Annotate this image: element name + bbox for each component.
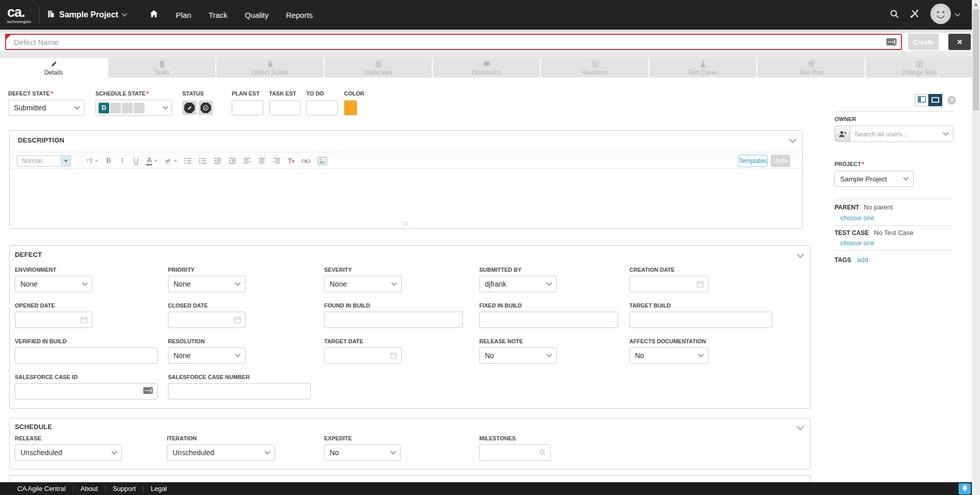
collapse-chevron-icon[interactable] xyxy=(797,423,804,430)
nav-item-track[interactable]: Track xyxy=(209,11,228,19)
notifications-button[interactable] xyxy=(959,483,971,494)
tools-icon[interactable] xyxy=(910,9,920,21)
found-in-build-input[interactable] xyxy=(324,312,463,328)
resize-grip[interactable] xyxy=(403,222,409,226)
project-select[interactable]: Sample Project xyxy=(835,171,914,187)
underline-button[interactable]: U xyxy=(132,157,139,165)
nav-item-quality[interactable]: Quality xyxy=(245,11,269,19)
font-color-button[interactable]: A xyxy=(146,156,157,166)
nav-item-plan[interactable]: Plan xyxy=(176,11,191,19)
affects-documentation-select[interactable]: No xyxy=(629,347,708,364)
tab-tasks[interactable]: Tasks xyxy=(108,58,215,78)
owner-search-input[interactable] xyxy=(850,130,944,138)
align-center-icon[interactable] xyxy=(258,157,266,164)
help-button[interactable]: ? xyxy=(947,96,956,105)
color-swatch[interactable] xyxy=(344,100,357,115)
tab-revisions[interactable]: Revisions xyxy=(541,58,648,78)
tab-test-run[interactable]: Test Run xyxy=(757,58,865,78)
remove-format-button[interactable]: Tx xyxy=(287,157,295,165)
indent-icon[interactable] xyxy=(228,157,236,164)
undo-button[interactable]: Undo xyxy=(771,155,790,167)
tab-discussion[interactable]: Discussion xyxy=(433,58,540,78)
closed-date-input[interactable] xyxy=(168,312,246,328)
insert-image-icon[interactable] xyxy=(317,157,327,165)
footer-link-ca-agile-central[interactable]: CA Agile Central xyxy=(17,485,66,492)
tab-duplicates[interactable]: Duplicates xyxy=(325,58,432,78)
footer-link-legal[interactable]: Legal xyxy=(151,485,167,492)
search-icon[interactable] xyxy=(890,9,899,21)
home-button[interactable] xyxy=(149,9,159,20)
flask-icon xyxy=(699,60,707,68)
severity-select[interactable]: None xyxy=(324,276,402,292)
test-case-choose-link[interactable]: choose one xyxy=(840,239,874,247)
outdent-icon[interactable] xyxy=(213,157,222,164)
plan-est-input[interactable] xyxy=(232,100,263,115)
status-ready-button[interactable] xyxy=(199,101,213,115)
status-blocked-button[interactable] xyxy=(182,101,197,115)
user-menu[interactable] xyxy=(930,3,960,27)
target-build-input[interactable] xyxy=(629,312,772,328)
priority-select[interactable]: None xyxy=(168,276,246,292)
submitted-by-select[interactable]: djfrank xyxy=(479,276,557,292)
chevron-down-icon xyxy=(162,104,168,109)
iteration-select[interactable]: Unscheduled xyxy=(167,444,275,461)
bullet-list-icon[interactable] xyxy=(199,157,207,164)
link-icon[interactable] xyxy=(301,158,311,164)
validation-marker xyxy=(6,35,11,39)
tab-defect-suites[interactable]: Defect Suites xyxy=(216,58,324,78)
bold-button[interactable]: B xyxy=(105,157,112,165)
chevron-down-icon xyxy=(943,130,948,135)
creation-date-input[interactable] xyxy=(629,276,708,292)
owner-combobox[interactable] xyxy=(835,126,953,142)
expedite-select[interactable]: No xyxy=(324,444,401,461)
parent-choose-link[interactable]: choose one xyxy=(840,214,874,222)
collapse-chevron-icon[interactable] xyxy=(797,251,804,258)
eraser-button[interactable] xyxy=(164,157,177,164)
nav-item-reports[interactable]: Reports xyxy=(286,11,313,19)
fullscreen-editor-icon[interactable] xyxy=(143,387,153,396)
ordered-list-icon[interactable] xyxy=(184,157,192,164)
milestones-search-input[interactable] xyxy=(479,444,551,461)
format-select[interactable]: Normal xyxy=(17,155,71,167)
description-editor[interactable] xyxy=(10,170,802,228)
task-est-input[interactable] xyxy=(269,100,301,115)
collapse-chevron-icon[interactable] xyxy=(789,136,796,143)
defect-state-select[interactable]: Submitted xyxy=(8,100,85,116)
resolution-select[interactable]: None xyxy=(168,347,246,364)
close-button[interactable]: ✕ xyxy=(948,34,971,50)
create-button[interactable]: Create xyxy=(908,34,939,50)
italic-button[interactable]: I xyxy=(118,157,126,165)
salesforce-case-id-input[interactable] xyxy=(15,383,158,399)
scrollbar-thumb[interactable] xyxy=(973,9,979,110)
layout-full-toggle[interactable] xyxy=(928,94,942,106)
templates-button[interactable]: Templates xyxy=(738,155,768,167)
schedule-state-select[interactable]: D xyxy=(95,100,172,116)
tags-add-link[interactable]: add xyxy=(857,256,868,264)
scroll-up-arrow[interactable] xyxy=(974,3,978,6)
opened-date-input[interactable] xyxy=(15,312,92,328)
fullscreen-editor-icon[interactable] xyxy=(886,38,897,48)
task-est-label: TASK EST xyxy=(269,90,297,97)
footer-link-support[interactable]: Support xyxy=(113,485,136,492)
font-size-button[interactable]: TT xyxy=(86,157,98,165)
defect-name-input[interactable] xyxy=(5,34,902,50)
defect-panel: DEFECT ENVIRONMENT None PRIORITY None SE… xyxy=(9,245,811,409)
tab-change-sets[interactable]: Change Sets xyxy=(866,58,973,78)
project-chooser[interactable]: Sample Project xyxy=(46,10,127,20)
speech-bubble-icon xyxy=(483,60,491,68)
tab-details[interactable]: Details xyxy=(0,58,107,78)
salesforce-case-number-input[interactable] xyxy=(168,383,311,399)
align-right-icon[interactable] xyxy=(273,157,281,164)
footer-link-about[interactable]: About xyxy=(81,485,98,492)
tab-test-cases[interactable]: Test Cases xyxy=(649,58,756,78)
add-user-icon[interactable] xyxy=(835,126,850,142)
verified-in-build-input[interactable] xyxy=(15,347,158,364)
environment-select[interactable]: None xyxy=(15,276,92,292)
to-do-input[interactable] xyxy=(306,100,338,115)
release-select[interactable]: Unscheduled xyxy=(15,444,122,461)
fixed-in-build-input[interactable] xyxy=(479,312,618,328)
align-left-icon[interactable] xyxy=(243,157,251,164)
layout-split-toggle[interactable] xyxy=(915,94,928,106)
target-date-input[interactable] xyxy=(324,347,402,364)
release-note-select[interactable]: No xyxy=(479,347,557,364)
